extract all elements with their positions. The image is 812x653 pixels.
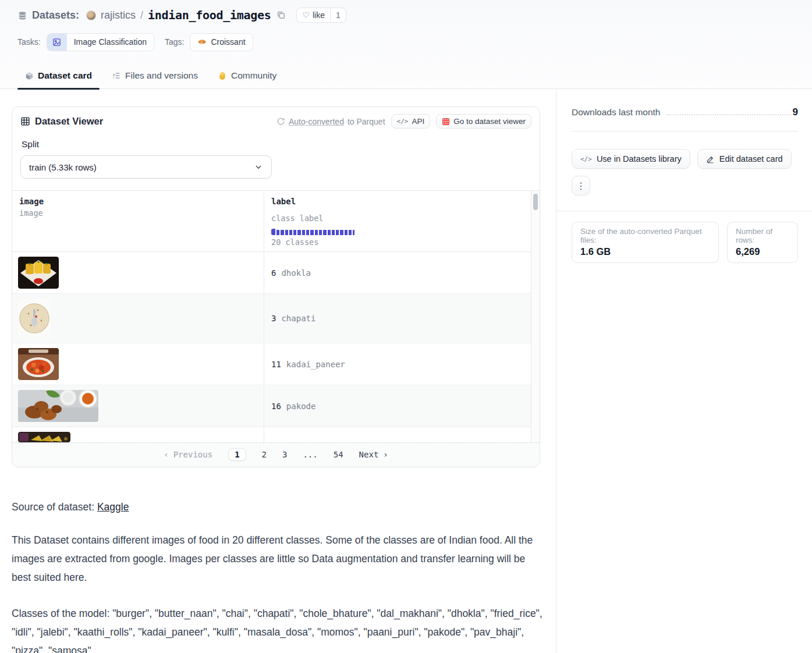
edit-dataset-card-button[interactable]: Edit dataset card [697,149,792,169]
split-block: Split train (5.33k rows) [12,134,540,190]
split-select-value: train (5.33k rows) [29,162,97,172]
red-grid-icon [442,118,450,126]
pagination-bar: ‹ Previous 1 2 3 ... 54 Next › [12,442,540,467]
tab-bar: Dataset card Files and versions Communit… [17,64,812,88]
downloads-value: 9 [793,107,798,118]
page-ellipsis: ... [303,450,317,459]
more-options-button[interactable]: ⋮ [572,176,590,196]
chevron-left-icon: ‹ [164,450,168,459]
like-label: like [313,10,325,20]
auto-converted-note: Auto-converted to Parquet [276,117,385,126]
viewer-table: image image label class label 20 classes [12,190,540,442]
label-id: 16 [271,402,281,411]
dataset-page: Datasets: rajistics / indian_food_images… [0,0,812,653]
parquet-size-label: Size of the auto-converted Parquet files… [580,227,710,244]
page-button-3[interactable]: 3 [282,450,287,459]
page-button-2[interactable]: 2 [262,450,267,459]
pakode-photo [18,390,98,422]
column-name: image [19,197,44,206]
community-hand-icon [218,71,227,80]
num-rows-label: Number of rows: [736,227,789,244]
database-icon [17,10,27,20]
like-count[interactable]: 1 [330,8,346,22]
api-button-label: API [412,117,424,126]
breadcrumb: Datasets: rajistics / indian_food_images… [17,7,812,23]
tasks-label: Tasks: [17,37,41,47]
column-type: class label [271,214,323,223]
num-rows-value: 6,269 [736,246,789,257]
table-row[interactable]: 6 dhokla [12,252,531,294]
class-histogram[interactable] [271,228,354,235]
tab-label: Community [231,70,276,81]
dhokla-photo [18,257,59,289]
previous-page-button[interactable]: ‹ Previous [164,450,212,459]
owner-avatar[interactable] [86,10,96,20]
dataset-title: indian_food_images [148,8,271,22]
table-row[interactable]: 16 pakode [12,385,531,427]
label-name: dhokla [281,268,311,278]
parquet-size-value: 1.6 GB [580,246,710,257]
scrollbar-thumb[interactable] [533,194,538,210]
table-scrollbar [531,191,540,442]
api-button[interactable]: </> API [391,114,431,129]
tab-community[interactable]: Community [210,70,284,88]
like-button[interactable]: ♡ like [297,10,330,20]
parquet-size-card: Size of the auto-converted Parquet files… [572,222,719,263]
class-histogram-caption: 20 classes [271,237,354,247]
next-page-button[interactable]: Next › [359,450,388,459]
owner-link[interactable]: rajistics [101,9,136,22]
source-of-dataset-line: Source of dataset: Kaggle [12,501,556,513]
column-name: label [271,197,296,206]
tags-label: Tags: [165,37,184,47]
use-in-datasets-library-button[interactable]: </> Use in Datasets library [572,149,690,169]
sidebar-divider [556,211,812,211]
page-button-1[interactable]: 1 [228,448,246,461]
kebab-icon: ⋮ [576,180,586,191]
tab-dataset-card[interactable]: Dataset card [17,70,100,88]
dataset-viewer-card: Dataset Viewer Auto-converted to Parquet… [12,107,540,467]
cube-icon [25,72,34,80]
edit-card-label: Edit dataset card [719,154,783,164]
column-header-image[interactable]: image image [12,191,264,251]
source-prefix: Source of dataset: [12,501,97,513]
split-label: Split [22,139,531,150]
table-row[interactable]: 3 chapati [12,294,531,343]
label-name: kadai_paneer [286,360,345,369]
table-row-truncated[interactable] [12,427,531,442]
label-id: 11 [271,360,281,369]
goto-dataset-viewer-button[interactable]: Go to dataset viewer [436,114,531,129]
chapati-photo [18,299,51,338]
task-pill-image-classification[interactable]: Image Classification [47,33,154,51]
table-row[interactable]: 11 kadai_paneer [12,343,531,385]
auto-converted-link[interactable]: Auto-converted [289,117,344,126]
auto-converted-rest: to Parquet [348,117,385,126]
use-library-label: Use in Datasets library [597,154,682,164]
sidebar: Downloads last month 9 </> Use in Datase… [556,89,812,653]
label-id: 3 [271,314,276,323]
label-name: pakode [286,402,316,411]
datasets-label: Datasets: [32,9,79,22]
truncated-photo [18,432,70,442]
tag-pill-label: Croissant [211,37,245,47]
dataset-description-paragraph: This Dataset contains different images o… [12,531,542,587]
refresh-icon [276,117,285,126]
downloads-row: Downloads last month 9 [572,107,798,132]
kaggle-link[interactable]: Kaggle [97,501,129,513]
column-header-label[interactable]: label class label 20 classes [264,191,531,251]
classes-paragraph: Classes of the model: "burger", "butter_… [12,604,542,653]
main-content: Dataset Viewer Auto-converted to Parquet… [0,89,556,653]
task-pill-label: Image Classification [67,37,154,47]
breadcrumb-separator: / [140,9,143,22]
page-button-54[interactable]: 54 [334,450,343,459]
split-select[interactable]: train (5.33k rows) [20,155,272,179]
files-versions-icon [112,71,121,80]
like-button-group: ♡ like 1 [296,8,346,23]
num-rows-card: Number of rows: 6,269 [727,222,798,263]
dotted-leader [666,114,790,115]
tag-pill-croissant[interactable]: Croissant [190,33,253,51]
copy-icon[interactable] [276,10,286,20]
table-header-row: image image label class label 20 classes [12,191,531,252]
viewer-title: Dataset Viewer [35,116,103,127]
tab-files-and-versions[interactable]: Files and versions [104,70,205,88]
code-icon: </> [397,118,409,125]
